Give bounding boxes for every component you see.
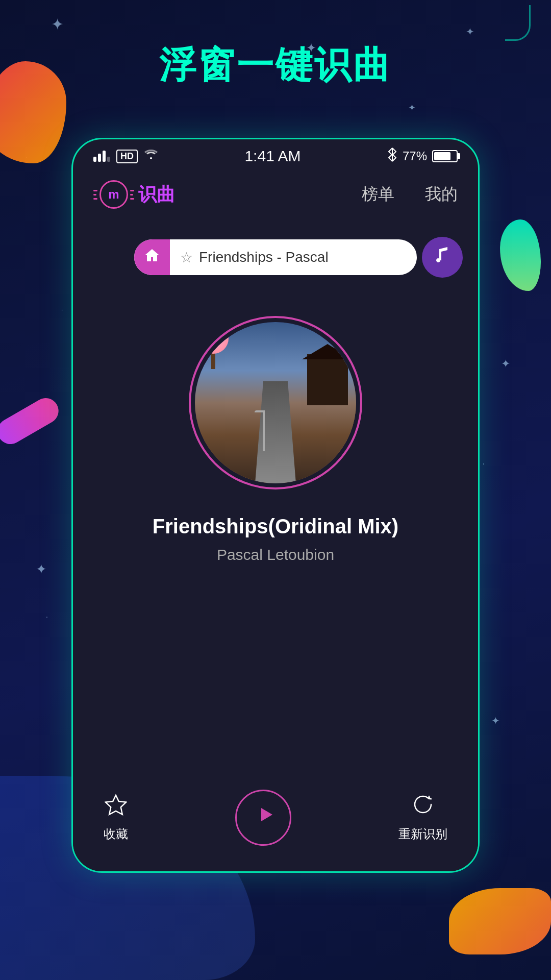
lamp-post [263, 410, 265, 451]
building-roof [302, 344, 353, 359]
lamp-arm [255, 410, 265, 412]
song-info: Friendships(Oridinal Mix) Pascal Letoubi… [73, 515, 478, 564]
result-bar: ☆ Friendships - Pascal [134, 239, 417, 275]
status-bar: HD 1:41 AM 77% [73, 139, 478, 170]
nav-item-charts[interactable]: 榜单 [362, 183, 394, 206]
svg-marker-1 [261, 808, 272, 821]
album-art-section [73, 316, 478, 489]
home-icon [144, 247, 160, 267]
battery-fill [434, 152, 450, 160]
result-bar-wrapper: ☆ Friendships - Pascal [104, 239, 447, 275]
signal-bar-1 [93, 157, 96, 162]
album-art-ring [189, 316, 362, 489]
deco-corner-top-right [505, 5, 531, 41]
status-time: 1:41 AM [244, 148, 300, 165]
page-title: 浮窗一键识曲 [0, 41, 551, 90]
reidentify-button[interactable]: 重新识别 [398, 793, 447, 842]
music-identify-button[interactable] [422, 237, 463, 278]
nav-brand: 识曲 [138, 182, 175, 207]
hd-badge: HD [116, 150, 138, 163]
play-button[interactable] [235, 790, 291, 846]
nav-bar: m 识曲 榜单 我的 [73, 170, 478, 219]
logo-letter: m [108, 187, 119, 202]
home-button[interactable] [134, 239, 170, 275]
svg-marker-0 [106, 795, 126, 815]
signal-bar-4 [107, 157, 110, 162]
result-content: ☆ Friendships - Pascal [170, 249, 417, 266]
bluetooth-icon [387, 148, 397, 165]
reidentify-label: 重新识别 [398, 826, 447, 842]
play-icon [252, 802, 278, 834]
song-title: Friendships(Oridinal Mix) [73, 515, 478, 538]
app-logo[interactable]: m 识曲 [93, 180, 175, 209]
cherry-tree [211, 338, 215, 369]
battery-percent: 77% [403, 149, 427, 163]
building [307, 354, 348, 405]
favorite-outline-icon: ☆ [180, 249, 193, 266]
status-right: 77% [387, 148, 458, 165]
album-art [195, 322, 356, 483]
signal-bar-3 [103, 151, 106, 162]
wifi-icon [144, 149, 158, 163]
logo-waves-left [93, 190, 97, 200]
star-icon [105, 793, 127, 821]
album-scene [195, 322, 356, 483]
status-left: HD [93, 149, 158, 163]
logo-waves-right [130, 190, 134, 200]
nav-menu: 榜单 我的 [362, 183, 458, 206]
tree-blossom [198, 323, 229, 354]
signal-bar-2 [98, 154, 101, 162]
song-artist: Pascal Letoubion [73, 546, 478, 564]
battery-icon [432, 150, 458, 162]
logo-circle: m [99, 180, 128, 209]
result-song-text: Friendships - Pascal [199, 249, 329, 265]
refresh-icon [412, 793, 434, 821]
favorite-button[interactable]: 收藏 [104, 793, 128, 842]
favorite-label: 收藏 [104, 826, 128, 842]
music-note-icon [432, 245, 453, 270]
logo-wrapper: m [93, 180, 134, 209]
blob-orange-bottom [449, 888, 551, 954]
signal-bars [93, 151, 110, 162]
bottom-controls: 收藏 重新识别 [73, 769, 478, 871]
nav-item-mine[interactable]: 我的 [425, 183, 458, 206]
road [255, 381, 296, 483]
phone-frame: HD 1:41 AM 77% [71, 138, 480, 873]
